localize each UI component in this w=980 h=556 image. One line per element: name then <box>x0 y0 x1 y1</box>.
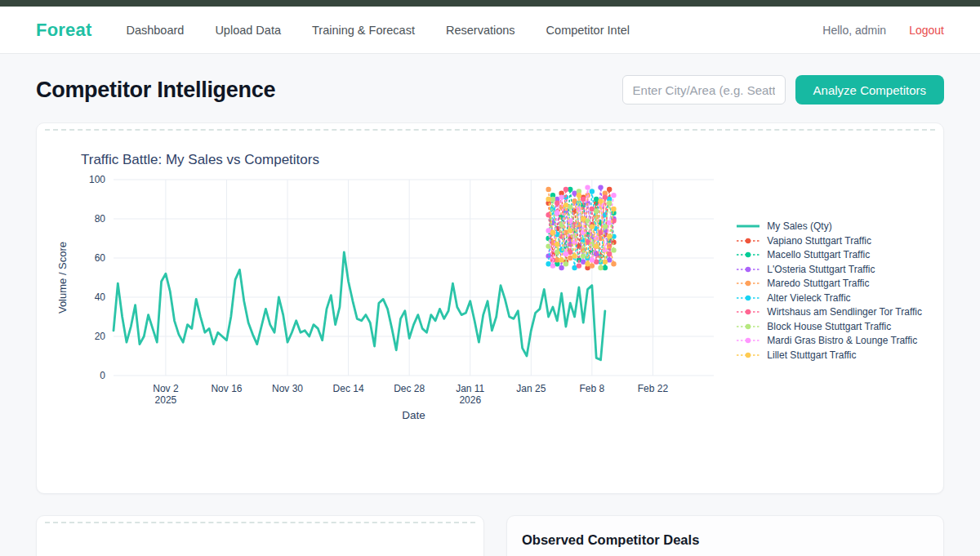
legend-item[interactable]: Lillet Stuttgart Traffic <box>736 350 922 361</box>
legend-item[interactable]: Maredo Stuttgart Traffic <box>736 278 922 289</box>
legend-label: Alter Vieleck Traffic <box>767 292 850 304</box>
legend-item[interactable]: Block House Stuttgart Traffic <box>736 322 922 332</box>
card-dashed-divider <box>45 522 475 523</box>
legend-swatch-icon <box>736 237 760 245</box>
city-area-input[interactable] <box>622 75 786 105</box>
nav-links: Dashboard Upload Data Training & Forecas… <box>126 24 630 37</box>
svg-text:40: 40 <box>95 291 106 303</box>
nav-item-upload-data[interactable]: Upload Data <box>215 24 281 37</box>
legend-item[interactable]: My Sales (Qty) <box>736 221 922 232</box>
legend-swatch-icon <box>736 279 760 287</box>
svg-text:Dec 14: Dec 14 <box>333 383 364 394</box>
legend-swatch-icon <box>736 336 760 345</box>
top-navigation: Foreat Dashboard Upload Data Training & … <box>0 7 980 54</box>
legend-label: Lillet Stuttgart Traffic <box>767 349 856 361</box>
legend-item[interactable]: L'Osteria Stuttgart Traffic <box>736 265 922 275</box>
traffic-battle-card: Traffic Battle: My Sales vs Competitors … <box>36 122 944 494</box>
legend-label: Wirtshaus am Sendlinger Tor Traffic <box>767 306 922 318</box>
page-content: Competitor Intelligence Analyze Competit… <box>0 75 980 556</box>
legend-swatch-icon <box>736 308 760 316</box>
legend-label: Vapiano Stuttgart Traffic <box>767 235 871 247</box>
traffic-chart-svg[interactable]: 020406080100Nov 22025Nov 16Nov 30Dec 14D… <box>48 171 742 420</box>
legend-label: Mardi Gras Bistro & Lounge Traffic <box>767 335 917 346</box>
svg-text:Nov 30: Nov 30 <box>272 383 303 394</box>
svg-text:Feb 8: Feb 8 <box>580 383 605 394</box>
chart-title: Traffic Battle: My Sales vs Competitors <box>81 152 943 168</box>
legend-swatch-icon <box>736 322 760 331</box>
nav-item-reservations[interactable]: Reservations <box>446 24 515 37</box>
observed-deals-card: Observed Competitor Deals <box>506 515 944 556</box>
card-dashed-divider <box>45 129 935 131</box>
nav-right: Hello, admin Logout <box>822 24 944 37</box>
legend-label: My Sales (Qty) <box>767 220 831 232</box>
legend-item[interactable]: Alter Vieleck Traffic <box>736 293 922 304</box>
legend-swatch-icon <box>736 351 760 359</box>
analyze-competitors-button[interactable]: Analyze Competitors <box>795 75 944 105</box>
legend-label: Maredo Stuttgart Traffic <box>767 278 869 289</box>
bottom-left-card <box>36 515 484 556</box>
page-header: Competitor Intelligence Analyze Competit… <box>36 75 944 105</box>
svg-text:Jan 25: Jan 25 <box>516 383 546 394</box>
legend-label: Block House Stuttgart Traffic <box>767 321 891 332</box>
observed-deals-title: Observed Competitor Deals <box>507 516 943 548</box>
legend-label: Macello Stuttgart Traffic <box>767 249 870 260</box>
legend-swatch-icon <box>736 222 760 230</box>
svg-text:20: 20 <box>95 331 106 342</box>
svg-text:Date: Date <box>402 409 425 420</box>
chart-legend: My Sales (Qty)Vapiano Stuttgart TrafficM… <box>736 221 922 360</box>
svg-text:Nov 2: Nov 2 <box>153 383 179 394</box>
legend-item[interactable]: Wirtshaus am Sendlinger Tor Traffic <box>736 307 922 318</box>
svg-text:2026: 2026 <box>459 394 481 406</box>
window-top-bar <box>0 0 980 7</box>
svg-text:Dec 28: Dec 28 <box>394 383 425 394</box>
nav-item-training-forecast[interactable]: Training & Forecast <box>312 24 415 37</box>
logout-link[interactable]: Logout <box>909 24 944 37</box>
legend-item[interactable]: Vapiano Stuttgart Traffic <box>736 236 922 247</box>
legend-swatch-icon <box>736 265 760 274</box>
page-title: Competitor Intelligence <box>36 78 275 103</box>
svg-text:0: 0 <box>100 370 105 381</box>
svg-text:80: 80 <box>95 213 106 225</box>
svg-text:60: 60 <box>95 252 106 264</box>
bottom-cards: Observed Competitor Deals <box>36 515 944 556</box>
legend-item[interactable]: Mardi Gras Bistro & Lounge Traffic <box>736 336 922 346</box>
svg-text:100: 100 <box>89 174 105 185</box>
svg-text:Jan 11: Jan 11 <box>456 383 484 394</box>
legend-swatch-icon <box>736 251 760 259</box>
svg-text:Volume / Score: Volume / Score <box>56 242 69 314</box>
nav-item-competitor-intel[interactable]: Competitor Intel <box>546 24 630 37</box>
nav-item-dashboard[interactable]: Dashboard <box>126 24 184 37</box>
brand-logo[interactable]: Foreat <box>36 20 91 41</box>
svg-text:Feb 22: Feb 22 <box>638 383 669 394</box>
user-greeting: Hello, admin <box>822 24 886 37</box>
svg-text:Nov 16: Nov 16 <box>211 383 242 394</box>
legend-swatch-icon <box>736 294 760 302</box>
svg-text:2025: 2025 <box>155 394 177 406</box>
legend-label: L'Osteria Stuttgart Traffic <box>767 264 875 275</box>
analyze-controls: Analyze Competitors <box>622 75 944 105</box>
legend-item[interactable]: Macello Stuttgart Traffic <box>736 250 922 260</box>
